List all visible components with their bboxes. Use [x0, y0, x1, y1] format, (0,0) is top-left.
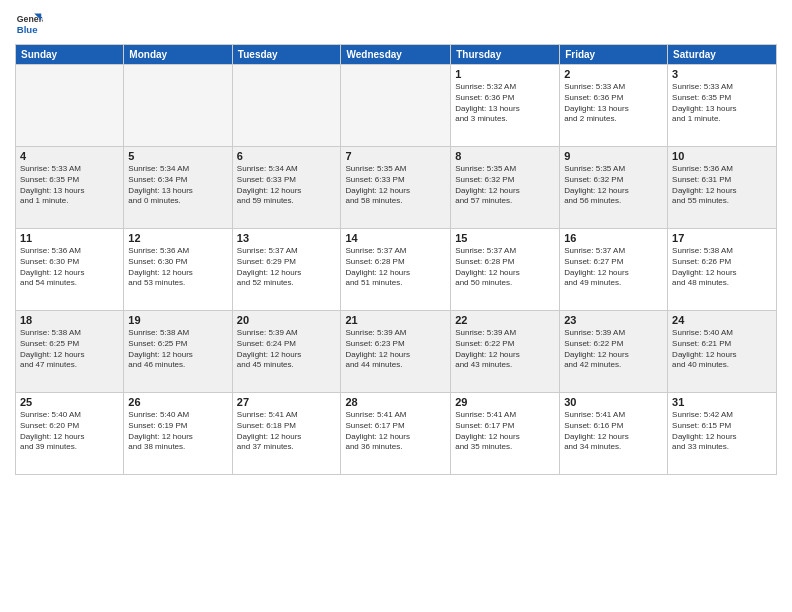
calendar-week-row: 4Sunrise: 5:33 AM Sunset: 6:35 PM Daylig… — [16, 147, 777, 229]
day-number: 3 — [672, 68, 772, 80]
day-info: Sunrise: 5:38 AM Sunset: 6:25 PM Dayligh… — [128, 328, 227, 371]
day-info: Sunrise: 5:37 AM Sunset: 6:28 PM Dayligh… — [345, 246, 446, 289]
day-info: Sunrise: 5:39 AM Sunset: 6:22 PM Dayligh… — [564, 328, 663, 371]
day-number: 24 — [672, 314, 772, 326]
calendar-dow-monday: Monday — [124, 45, 232, 65]
day-info: Sunrise: 5:38 AM Sunset: 6:26 PM Dayligh… — [672, 246, 772, 289]
day-number: 19 — [128, 314, 227, 326]
calendar-cell: 9Sunrise: 5:35 AM Sunset: 6:32 PM Daylig… — [560, 147, 668, 229]
calendar-cell: 19Sunrise: 5:38 AM Sunset: 6:25 PM Dayli… — [124, 311, 232, 393]
calendar-cell: 5Sunrise: 5:34 AM Sunset: 6:34 PM Daylig… — [124, 147, 232, 229]
day-info: Sunrise: 5:39 AM Sunset: 6:22 PM Dayligh… — [455, 328, 555, 371]
calendar-cell — [232, 65, 341, 147]
calendar-cell: 21Sunrise: 5:39 AM Sunset: 6:23 PM Dayli… — [341, 311, 451, 393]
day-number: 5 — [128, 150, 227, 162]
day-info: Sunrise: 5:40 AM Sunset: 6:21 PM Dayligh… — [672, 328, 772, 371]
day-number: 27 — [237, 396, 337, 408]
day-number: 17 — [672, 232, 772, 244]
calendar-cell: 24Sunrise: 5:40 AM Sunset: 6:21 PM Dayli… — [668, 311, 777, 393]
day-info: Sunrise: 5:40 AM Sunset: 6:19 PM Dayligh… — [128, 410, 227, 453]
day-info: Sunrise: 5:39 AM Sunset: 6:24 PM Dayligh… — [237, 328, 337, 371]
day-info: Sunrise: 5:36 AM Sunset: 6:30 PM Dayligh… — [20, 246, 119, 289]
calendar-week-row: 1Sunrise: 5:32 AM Sunset: 6:36 PM Daylig… — [16, 65, 777, 147]
day-number: 2 — [564, 68, 663, 80]
day-info: Sunrise: 5:37 AM Sunset: 6:28 PM Dayligh… — [455, 246, 555, 289]
day-number: 26 — [128, 396, 227, 408]
day-number: 14 — [345, 232, 446, 244]
day-number: 15 — [455, 232, 555, 244]
day-info: Sunrise: 5:33 AM Sunset: 6:35 PM Dayligh… — [20, 164, 119, 207]
calendar-cell: 12Sunrise: 5:36 AM Sunset: 6:30 PM Dayli… — [124, 229, 232, 311]
day-info: Sunrise: 5:37 AM Sunset: 6:29 PM Dayligh… — [237, 246, 337, 289]
day-number: 18 — [20, 314, 119, 326]
calendar-cell: 17Sunrise: 5:38 AM Sunset: 6:26 PM Dayli… — [668, 229, 777, 311]
calendar-cell — [16, 65, 124, 147]
calendar-cell: 3Sunrise: 5:33 AM Sunset: 6:35 PM Daylig… — [668, 65, 777, 147]
calendar-cell: 16Sunrise: 5:37 AM Sunset: 6:27 PM Dayli… — [560, 229, 668, 311]
calendar-cell: 1Sunrise: 5:32 AM Sunset: 6:36 PM Daylig… — [451, 65, 560, 147]
calendar-cell: 15Sunrise: 5:37 AM Sunset: 6:28 PM Dayli… — [451, 229, 560, 311]
day-number: 29 — [455, 396, 555, 408]
calendar-cell: 14Sunrise: 5:37 AM Sunset: 6:28 PM Dayli… — [341, 229, 451, 311]
calendar-cell — [124, 65, 232, 147]
calendar-cell: 13Sunrise: 5:37 AM Sunset: 6:29 PM Dayli… — [232, 229, 341, 311]
day-number: 16 — [564, 232, 663, 244]
calendar-week-row: 18Sunrise: 5:38 AM Sunset: 6:25 PM Dayli… — [16, 311, 777, 393]
day-number: 11 — [20, 232, 119, 244]
day-number: 7 — [345, 150, 446, 162]
day-number: 31 — [672, 396, 772, 408]
day-info: Sunrise: 5:39 AM Sunset: 6:23 PM Dayligh… — [345, 328, 446, 371]
day-info: Sunrise: 5:41 AM Sunset: 6:17 PM Dayligh… — [455, 410, 555, 453]
calendar-week-row: 25Sunrise: 5:40 AM Sunset: 6:20 PM Dayli… — [16, 393, 777, 475]
calendar-cell: 29Sunrise: 5:41 AM Sunset: 6:17 PM Dayli… — [451, 393, 560, 475]
day-number: 25 — [20, 396, 119, 408]
day-info: Sunrise: 5:35 AM Sunset: 6:32 PM Dayligh… — [564, 164, 663, 207]
calendar-dow-tuesday: Tuesday — [232, 45, 341, 65]
day-number: 13 — [237, 232, 337, 244]
calendar-cell: 20Sunrise: 5:39 AM Sunset: 6:24 PM Dayli… — [232, 311, 341, 393]
header: General Blue — [15, 10, 777, 38]
day-number: 12 — [128, 232, 227, 244]
calendar-dow-friday: Friday — [560, 45, 668, 65]
day-number: 20 — [237, 314, 337, 326]
calendar-cell — [341, 65, 451, 147]
day-info: Sunrise: 5:34 AM Sunset: 6:33 PM Dayligh… — [237, 164, 337, 207]
logo: General Blue — [15, 10, 43, 38]
day-number: 6 — [237, 150, 337, 162]
calendar-dow-wednesday: Wednesday — [341, 45, 451, 65]
day-number: 28 — [345, 396, 446, 408]
calendar-cell: 4Sunrise: 5:33 AM Sunset: 6:35 PM Daylig… — [16, 147, 124, 229]
calendar-cell: 28Sunrise: 5:41 AM Sunset: 6:17 PM Dayli… — [341, 393, 451, 475]
day-info: Sunrise: 5:32 AM Sunset: 6:36 PM Dayligh… — [455, 82, 555, 125]
calendar-cell: 27Sunrise: 5:41 AM Sunset: 6:18 PM Dayli… — [232, 393, 341, 475]
day-number: 8 — [455, 150, 555, 162]
day-info: Sunrise: 5:35 AM Sunset: 6:32 PM Dayligh… — [455, 164, 555, 207]
calendar-cell: 31Sunrise: 5:42 AM Sunset: 6:15 PM Dayli… — [668, 393, 777, 475]
day-number: 1 — [455, 68, 555, 80]
day-number: 22 — [455, 314, 555, 326]
calendar-cell: 22Sunrise: 5:39 AM Sunset: 6:22 PM Dayli… — [451, 311, 560, 393]
day-info: Sunrise: 5:41 AM Sunset: 6:17 PM Dayligh… — [345, 410, 446, 453]
day-info: Sunrise: 5:41 AM Sunset: 6:18 PM Dayligh… — [237, 410, 337, 453]
day-number: 21 — [345, 314, 446, 326]
logo-icon: General Blue — [15, 10, 43, 38]
day-info: Sunrise: 5:34 AM Sunset: 6:34 PM Dayligh… — [128, 164, 227, 207]
calendar-cell: 7Sunrise: 5:35 AM Sunset: 6:33 PM Daylig… — [341, 147, 451, 229]
calendar-cell: 8Sunrise: 5:35 AM Sunset: 6:32 PM Daylig… — [451, 147, 560, 229]
calendar-cell: 10Sunrise: 5:36 AM Sunset: 6:31 PM Dayli… — [668, 147, 777, 229]
day-info: Sunrise: 5:41 AM Sunset: 6:16 PM Dayligh… — [564, 410, 663, 453]
day-info: Sunrise: 5:33 AM Sunset: 6:36 PM Dayligh… — [564, 82, 663, 125]
day-number: 23 — [564, 314, 663, 326]
day-info: Sunrise: 5:33 AM Sunset: 6:35 PM Dayligh… — [672, 82, 772, 125]
calendar-cell: 11Sunrise: 5:36 AM Sunset: 6:30 PM Dayli… — [16, 229, 124, 311]
calendar-dow-sunday: Sunday — [16, 45, 124, 65]
calendar-week-row: 11Sunrise: 5:36 AM Sunset: 6:30 PM Dayli… — [16, 229, 777, 311]
day-number: 10 — [672, 150, 772, 162]
calendar-table: SundayMondayTuesdayWednesdayThursdayFrid… — [15, 44, 777, 475]
day-info: Sunrise: 5:36 AM Sunset: 6:30 PM Dayligh… — [128, 246, 227, 289]
calendar-cell: 6Sunrise: 5:34 AM Sunset: 6:33 PM Daylig… — [232, 147, 341, 229]
day-info: Sunrise: 5:37 AM Sunset: 6:27 PM Dayligh… — [564, 246, 663, 289]
calendar-dow-thursday: Thursday — [451, 45, 560, 65]
day-info: Sunrise: 5:38 AM Sunset: 6:25 PM Dayligh… — [20, 328, 119, 371]
calendar-cell: 23Sunrise: 5:39 AM Sunset: 6:22 PM Dayli… — [560, 311, 668, 393]
